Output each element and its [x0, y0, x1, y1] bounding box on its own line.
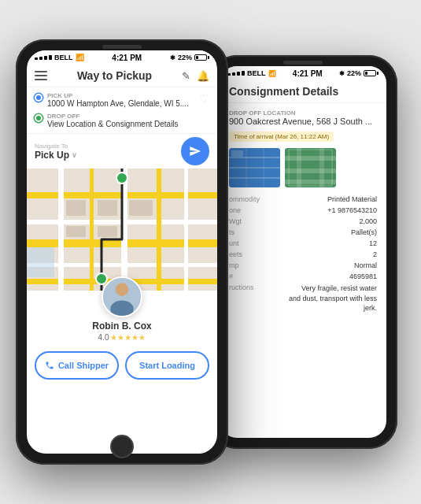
- svg-point-16: [116, 172, 127, 183]
- driver-rating: 4.0 ★★★★★: [98, 333, 146, 342]
- battery-icon: [194, 54, 209, 61]
- pickup-item: PICK UP 1000 W Hampton Ave, Glendale, WI…: [35, 92, 209, 108]
- dropoff-label: DROP OFF: [47, 113, 179, 120]
- sec-status-time: 4:21 PM: [293, 69, 323, 78]
- status-bar: BELL 📶 4:21 PM ✱ 22%: [27, 50, 217, 65]
- dropoff-dot: [35, 114, 42, 122]
- svg-rect-9: [157, 169, 161, 291]
- carrier-label: BELL: [54, 54, 73, 61]
- main-screen: BELL 📶 4:21 PM ✱ 22% Way to: [27, 50, 217, 454]
- bluetooth-icon: ✱: [170, 54, 175, 61]
- sec-dropoff-address: 900 Oakcrest Avenue, 568 J South ...: [229, 117, 377, 126]
- sec-dropoff-label: Drop Off Location: [229, 109, 377, 117]
- svg-rect-11: [66, 200, 86, 216]
- status-time: 4:21 PM: [112, 54, 142, 62]
- svg-rect-30: [285, 156, 336, 161]
- driver-name: Robin B. Cox: [92, 321, 151, 332]
- edit-icon[interactable]: ✎: [182, 70, 190, 82]
- svg-point-17: [96, 273, 107, 284]
- detail-row: unt 12: [229, 239, 377, 247]
- navigate-value[interactable]: Pick Up ∨: [35, 150, 77, 161]
- action-buttons: Call Shipper Start Loading: [27, 345, 217, 386]
- svg-rect-13: [129, 200, 153, 216]
- svg-rect-6: [58, 169, 64, 291]
- sec-battery-icon: [364, 70, 379, 76]
- driver-avatar: [102, 276, 142, 317]
- start-loading-button[interactable]: Start Loading: [125, 351, 209, 380]
- bell-icon[interactable]: 🔔: [197, 70, 209, 82]
- cargo-image-2[interactable]: [285, 148, 336, 187]
- navigate-button[interactable]: [181, 137, 209, 165]
- navigate-section: Navigate To Pick Up ∨: [27, 134, 217, 169]
- svg-rect-28: [231, 150, 243, 157]
- detail-row: ts Pallet(s): [229, 228, 377, 236]
- navigate-label: Navigate To: [35, 143, 77, 150]
- svg-rect-34: [319, 148, 324, 187]
- svg-rect-18: [27, 247, 54, 277]
- detail-row: mp Normal: [229, 261, 377, 269]
- svg-rect-10: [184, 169, 188, 291]
- pickup-dot: [35, 94, 42, 102]
- cargo-image-1[interactable]: [229, 148, 280, 187]
- sec-bluetooth-icon: ✱: [339, 70, 345, 77]
- svg-rect-7: [90, 169, 94, 291]
- cargo-images: [229, 148, 377, 187]
- sec-carrier: BELL: [247, 69, 266, 77]
- sec-content: Drop Off Location 900 Oakcrest Avenue, 5…: [220, 103, 386, 323]
- detail-row: ommodity Printed Material: [229, 195, 377, 203]
- header-icons: ✎ 🔔: [182, 70, 209, 82]
- sec-title: Consignment Details: [229, 85, 377, 98]
- call-shipper-label: Call Shipper: [58, 361, 109, 370]
- svg-rect-33: [297, 148, 301, 187]
- status-left: BELL 📶: [35, 54, 84, 61]
- chevron-icon: ∨: [72, 151, 77, 159]
- status-right: ✱ 22%: [170, 54, 209, 61]
- signal-icon: [35, 55, 52, 60]
- sec-signal-icon: [227, 71, 245, 76]
- main-header: Way to Pickup ✎ 🔔: [27, 65, 217, 87]
- detail-row: eets 2: [229, 250, 377, 258]
- secondary-screen: BELL 📶 4:21 PM ✱ 22% Consignment Details: [220, 66, 386, 438]
- map-container[interactable]: [27, 169, 217, 291]
- dropoff-address: View Location & Consignment Details: [47, 120, 179, 128]
- main-phone: BELL 📶 4:21 PM ✱ 22% Way to: [16, 39, 228, 465]
- driver-section: Robin B. Cox 4.0 ★★★★★: [27, 291, 217, 345]
- secondary-phone: BELL 📶 4:21 PM ✱ 22% Consignment Details: [209, 55, 397, 449]
- arrival-badge: Time of arrival (Mar 26, 11:22 AM): [229, 132, 334, 142]
- menu-button[interactable]: [35, 71, 47, 80]
- rating-stars: ★★★★★: [110, 333, 146, 342]
- svg-rect-32: [285, 180, 336, 184]
- start-loading-label: Start Loading: [139, 361, 195, 370]
- svg-rect-31: [285, 169, 336, 173]
- svg-point-20: [116, 283, 129, 296]
- sec-phone-speaker: [283, 61, 323, 65]
- pickup-address: 1000 W Hampton Ave, Glendale, WI 5....: [47, 99, 189, 108]
- location-section: PICK UP 1000 W Hampton Ave, Glendale, WI…: [27, 87, 217, 134]
- heart-icon[interactable]: ♡: [199, 92, 209, 105]
- svg-rect-12: [98, 200, 117, 216]
- sec-battery-percent: 22%: [347, 69, 361, 77]
- detail-row: # 4695981: [229, 272, 377, 280]
- details-table: ommodity Printed Material one +1 9876543…: [229, 195, 377, 313]
- sec-wifi-icon: 📶: [268, 70, 276, 77]
- pickup-label: PICK UP: [47, 92, 189, 99]
- dropoff-item[interactable]: DROP OFF View Location & Consignment Det…: [35, 113, 209, 128]
- svg-rect-15: [98, 226, 117, 237]
- detail-row-instructions: ructions Very fragile, resist water and …: [229, 284, 377, 313]
- sec-status-bar: BELL 📶 4:21 PM ✱ 22%: [220, 66, 386, 80]
- call-shipper-button[interactable]: Call Shipper: [35, 351, 119, 380]
- sec-header: Consignment Details: [220, 80, 386, 103]
- header-title: Way to Pickup: [77, 69, 152, 82]
- detail-row: one +1 9876543210: [229, 206, 377, 214]
- battery-percent: 22%: [178, 54, 192, 61]
- detail-row: Wgt 2,000: [229, 217, 377, 225]
- home-button[interactable]: [110, 435, 134, 458]
- svg-rect-14: [66, 226, 86, 237]
- phone-speaker: [102, 45, 142, 49]
- wifi-icon: 📶: [76, 54, 84, 61]
